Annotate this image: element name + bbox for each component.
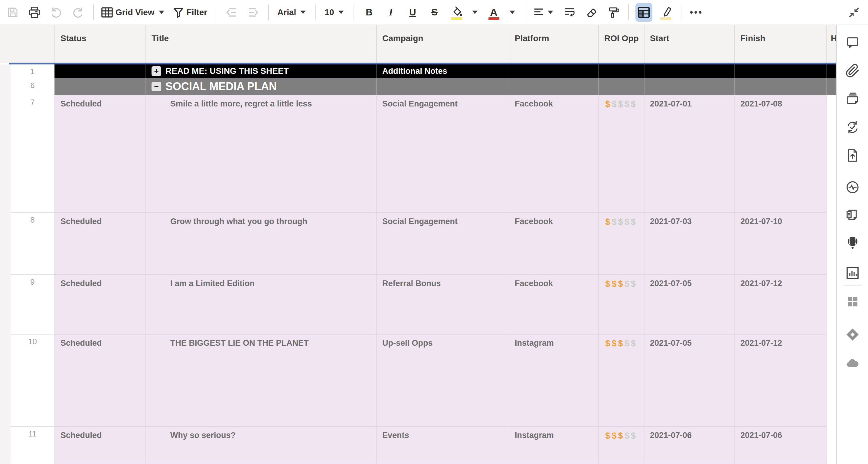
cell-title[interactable]: I am a Limited Edition (146, 275, 376, 335)
cell-roi-opp[interactable]: $$$$$ (598, 427, 644, 464)
text-color-button[interactable]: A (486, 3, 502, 22)
cell-title[interactable]: Grow through what you go through (146, 213, 376, 275)
redo-button[interactable] (69, 3, 87, 22)
row-number[interactable]: 7 (10, 95, 55, 213)
cell-platform[interactable]: Facebook (509, 275, 598, 335)
cell-start[interactable] (644, 78, 734, 95)
cell-roi-opp[interactable]: $$$$$ (598, 213, 644, 275)
publish-button[interactable] (845, 148, 860, 163)
cell-roi-opp[interactable]: $$$$$ (598, 275, 644, 335)
whats-new-button[interactable] (845, 236, 860, 250)
cell-platform[interactable]: Facebook (509, 213, 598, 275)
collapse-toolbar-button[interactable] (846, 3, 863, 22)
cell-h-column[interactable] (826, 95, 836, 213)
cloud-status-button[interactable] (845, 356, 860, 371)
save-button[interactable] (4, 3, 21, 22)
expand-icon[interactable]: + (152, 66, 161, 76)
cell-campaign[interactable]: Social Engagement (376, 95, 509, 213)
cell-start[interactable]: 2021-07-05 (644, 275, 734, 335)
column-header-status[interactable]: Status (55, 25, 146, 63)
cell-campaign[interactable] (376, 78, 509, 95)
cell-formatting-toggle[interactable] (636, 3, 652, 22)
cell-roi-opp[interactable] (598, 64, 644, 78)
cell-finish[interactable]: 2021-07-12 (734, 275, 826, 335)
cell-finish[interactable]: 2021-07-06 (734, 427, 826, 464)
cell-roi-opp[interactable]: $$$$$ (598, 335, 644, 427)
format-painter-button[interactable] (604, 3, 621, 22)
more-options-button[interactable]: ••• (688, 3, 705, 22)
cell-h-column[interactable] (826, 213, 836, 275)
apps-button[interactable] (845, 294, 860, 309)
column-header-title[interactable]: Title (146, 25, 376, 63)
work-insights-button[interactable] (845, 266, 860, 280)
indent-button[interactable] (245, 3, 261, 22)
italic-button[interactable]: I (382, 3, 400, 22)
cell-platform[interactable]: Instagram (509, 427, 598, 464)
cell-h-column[interactable] (826, 275, 836, 335)
cell-status[interactable]: Scheduled (55, 275, 146, 335)
highlight-changes-button[interactable] (657, 3, 674, 22)
cell-title[interactable]: Smile a little more, regret a little les… (146, 95, 376, 213)
conversations-button[interactable] (845, 35, 860, 50)
cell-roi-opp[interactable] (598, 78, 644, 95)
align-button[interactable] (532, 3, 556, 22)
sheet-summary-button[interactable] (845, 208, 860, 222)
proofs-button[interactable] (845, 91, 860, 106)
cell-status[interactable] (55, 78, 146, 95)
cell-campaign[interactable]: Social Engagement (376, 213, 509, 275)
activity-log-button[interactable] (845, 180, 860, 194)
cell-finish[interactable] (734, 64, 826, 78)
cell-platform[interactable] (509, 78, 598, 95)
view-selector[interactable]: Grid View (100, 3, 167, 22)
fill-color-button[interactable] (448, 3, 465, 22)
filter-button[interactable]: Filter (172, 3, 209, 22)
cell-roi-opp[interactable]: $$$$$ (598, 95, 644, 213)
update-requests-button[interactable] (845, 120, 860, 134)
cell-finish[interactable] (734, 78, 826, 95)
row-number[interactable]: 1 (10, 64, 55, 78)
column-header-campaign[interactable]: Campaign (376, 25, 509, 63)
cell-start[interactable]: 2021-07-01 (644, 95, 734, 213)
premium-apps-button[interactable] (845, 327, 860, 342)
column-header-h[interactable]: H (826, 25, 836, 63)
cell-finish[interactable]: 2021-07-08 (734, 95, 826, 213)
font-family-select[interactable]: Arial (276, 3, 309, 22)
undo-button[interactable] (48, 3, 65, 22)
cell-platform[interactable]: Facebook (509, 95, 598, 213)
cell-campaign[interactable]: Up-sell Opps (376, 335, 509, 427)
row-number[interactable]: 8 (10, 213, 55, 275)
cell-platform[interactable]: Instagram (509, 335, 598, 427)
cell-h-column[interactable] (826, 78, 836, 95)
cell-title[interactable]: Why so serious? (146, 427, 376, 464)
cell-finish[interactable]: 2021-07-10 (734, 213, 826, 275)
cell-h-column[interactable] (826, 64, 836, 78)
cell-start[interactable] (644, 64, 734, 78)
row-number[interactable]: 6 (10, 78, 55, 95)
cell-title[interactable]: −SOCIAL MEDIA PLAN (146, 78, 376, 95)
clear-format-button[interactable] (583, 3, 600, 22)
cell-platform[interactable] (509, 64, 598, 78)
cell-campaign[interactable]: Additional Notes (376, 64, 509, 78)
cell-title[interactable]: +READ ME: USING THIS SHEET (146, 64, 376, 78)
column-header-start[interactable]: Start (644, 25, 734, 63)
cell-campaign[interactable]: Events (376, 427, 509, 464)
cell-status[interactable]: Scheduled (55, 335, 146, 427)
column-header-platform[interactable]: Platform (509, 25, 598, 63)
row-number[interactable]: 11 (10, 427, 55, 464)
column-header-finish[interactable]: Finish (734, 25, 826, 63)
outdent-button[interactable] (223, 3, 240, 22)
column-header-roi-opp[interactable]: ROI Opp (598, 25, 644, 63)
print-button[interactable] (26, 3, 43, 22)
cell-status[interactable]: Scheduled (55, 95, 146, 213)
text-color-menu[interactable] (507, 3, 518, 22)
cell-h-column[interactable] (826, 335, 836, 427)
cell-campaign[interactable]: Referral Bonus (376, 275, 509, 335)
row-number[interactable]: 10 (10, 335, 55, 427)
wrap-text-button[interactable] (561, 3, 578, 22)
bold-button[interactable]: B (361, 3, 378, 22)
cell-h-column[interactable] (826, 427, 836, 464)
collapse-icon[interactable]: − (152, 82, 161, 91)
cell-start[interactable]: 2021-07-06 (644, 427, 734, 464)
cell-status[interactable]: Scheduled (55, 213, 146, 275)
cell-title[interactable]: THE BIGGEST LIE ON THE PLANET (146, 335, 376, 427)
